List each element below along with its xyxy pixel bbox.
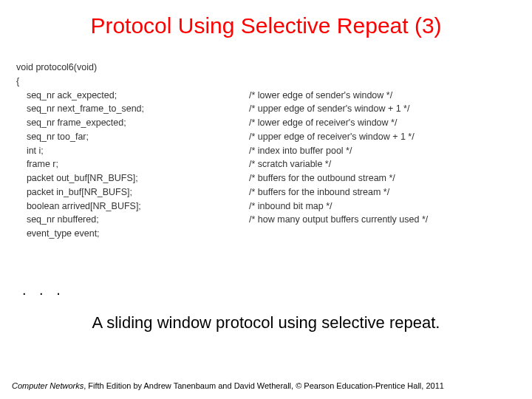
code-decl: seq_nr ack_expected; xyxy=(16,89,249,103)
code-decl: packet in_buf[NR_BUFS]; xyxy=(16,185,249,200)
code-comment: /* upper edge of receiver's window + 1 *… xyxy=(249,130,415,144)
code-comment: /* buffers for the outbound stream */ xyxy=(249,171,395,185)
code-block: void protocol6(void) { seq_nr ack_expect… xyxy=(0,61,532,241)
code-line: void protocol6(void) xyxy=(16,61,249,75)
code-comment: /* how many output buffers currently use… xyxy=(249,213,428,227)
page-title: Protocol Using Selective Repeat (3) xyxy=(0,0,532,61)
code-decl: seq_nr nbuffered; xyxy=(16,213,249,227)
code-comment: /* buffers for the inbound stream */ xyxy=(249,185,389,200)
code-comment: /* index into buffer pool */ xyxy=(249,144,352,158)
code-decl: packet out_buf[NR_BUFS]; xyxy=(16,171,249,185)
code-decl: frame r; xyxy=(16,157,249,171)
footer-book-title: Computer Networks xyxy=(12,381,83,390)
code-decl: seq_nr too_far; xyxy=(16,130,249,144)
code-comment: /* upper edge of sender's window + 1 */ xyxy=(249,102,409,116)
code-decl: int i; xyxy=(16,144,249,158)
code-decl: boolean arrived[NR_BUFS]; xyxy=(16,200,249,214)
footer-rest: , Fifth Edition by Andrew Tanenbaum and … xyxy=(83,381,444,390)
code-comment: /* scratch variable */ xyxy=(249,157,331,171)
code-comment: /* lower edge of receiver's window */ xyxy=(249,116,397,130)
code-decl: event_type event; xyxy=(16,227,249,241)
ellipsis: . . . xyxy=(0,282,532,299)
code-comment: /* inbound bit map */ xyxy=(249,200,332,214)
code-decl: seq_nr next_frame_to_send; xyxy=(16,102,249,116)
code-line: { xyxy=(16,75,249,89)
footer: Computer Networks, Fifth Edition by Andr… xyxy=(12,381,444,390)
caption: A sliding window protocol using selectiv… xyxy=(0,313,532,332)
code-decl: seq_nr frame_expected; xyxy=(16,116,249,130)
code-comment: /* lower edge of sender's window */ xyxy=(249,89,392,103)
